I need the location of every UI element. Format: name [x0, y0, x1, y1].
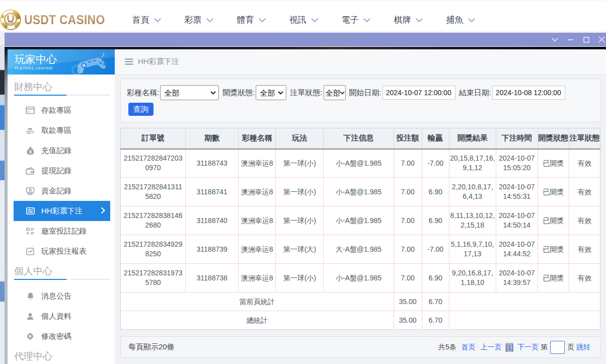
order-status-label: 注單狀態:	[290, 88, 322, 98]
bet-row: 215217282831973578031188738澳洲幸运8第一球(小)小-…	[121, 264, 600, 293]
lottery-name-select-wrap: 全部	[160, 85, 219, 100]
nav-item[interactable]: 首頁	[120, 14, 173, 26]
bet-cell: 5,​1,​16,​9,​7,​10,​17,​13	[449, 235, 496, 264]
breadcrumb-bar: HH彩票下注	[115, 49, 606, 75]
brand[interactable]: CASINO USDT CASINO	[0, 9, 112, 31]
jump-go-link[interactable]: 跳转	[576, 343, 590, 352]
pagination-controls: 共5条 首页 上一页 [1] 下一页 第 页 跳转	[433, 341, 590, 354]
bet-cell: 第一球(小)	[276, 149, 324, 178]
menu-section-title: 個人中心	[14, 265, 115, 277]
sidebar-menu-item-label: 提現記錄	[41, 166, 71, 176]
bet-cell: 9,​20,​16,​8,​17,​1,​18,​10	[449, 264, 496, 293]
bet-cell: 31188740	[186, 206, 239, 235]
content-area: 彩種名稱: 全部 開獎狀態: 全部	[115, 75, 606, 358]
next-page-link[interactable]: 下一页	[517, 343, 539, 352]
filter-panel: 彩種名稱: 全部 開獎狀態: 全部	[120, 79, 600, 122]
bet-cell: 7.00	[394, 264, 422, 293]
sidebar-menu: 財務中心 存款專區 取款專區 充值記錄	[8, 81, 115, 364]
chevron-down-icon	[311, 18, 318, 23]
end-date-input[interactable]	[492, 86, 565, 100]
bet-cell: 大-A盤@1.985	[324, 235, 394, 264]
sidebar-item-提現記錄[interactable]: 提現記錄	[14, 161, 110, 181]
sidebar-item-玩家投注報表[interactable]: 玩家投注報表	[14, 241, 110, 261]
nav-item-label: 體育	[237, 14, 254, 26]
chevron-down-icon	[468, 18, 475, 23]
draw-status-label: 開獎狀態:	[222, 88, 255, 98]
hall-record-icon	[26, 228, 35, 235]
window-titlebar[interactable]	[5, 33, 606, 46]
nav-item[interactable]: 體育	[225, 14, 277, 26]
nav-item[interactable]: 彩票	[173, 14, 225, 26]
sidebar-item-HH彩票下注[interactable]: HH彩票下注	[14, 201, 110, 221]
sidebar-item-修改密碼[interactable]: 修改密碼	[14, 326, 110, 346]
sidebar-item-充值記錄[interactable]: 充值記錄	[14, 140, 110, 161]
bet-cell: 8,​11,​13,​10,​12,​2,​15,​18	[449, 206, 496, 235]
summary-bet-total: 35.00	[394, 311, 422, 330]
bet-row: 215217282834929825031188739澳洲幸运8第一球(大)大-…	[121, 235, 600, 264]
search-button[interactable]: 查詢	[128, 103, 154, 116]
nav-item-label: 彩票	[185, 14, 202, 26]
bet-cell: 第一球(大)	[276, 235, 324, 264]
hamburger-icon[interactable]	[125, 58, 133, 65]
column-header: 輸贏	[422, 128, 449, 149]
start-date-input[interactable]	[383, 86, 456, 100]
sidebar-menu-item-label: 消息公告	[41, 292, 71, 301]
bet-cell: 2024-10-07 15:05:20	[496, 149, 538, 178]
summary-bet-total: 35.00	[394, 293, 422, 311]
order-status-select[interactable]: 全部	[324, 86, 345, 100]
bet-cell: 7.00	[394, 206, 422, 235]
players-center-window: 玩家中心 PLAYERS CENTER	[5, 33, 606, 364]
sidebar-item-取款專區[interactable]: 取款專區	[14, 120, 110, 140]
site-header: CASINO USDT CASINO 首頁 彩票 體育 視訊	[0, 0, 606, 33]
bet-cell: 31188741	[186, 178, 239, 206]
bet-cell: 2152172828413115820	[121, 178, 186, 206]
bet-cell: 2152172828349298250	[121, 235, 186, 264]
sidebar-subtitle: PLAYERS CENTER	[15, 65, 115, 71]
column-header: 訂單號	[121, 128, 186, 149]
page-behind-modal	[0, 31, 5, 364]
end-date-label: 結束日期:	[459, 88, 491, 98]
bet-cell: 已開獎	[538, 264, 569, 293]
bet-cell: 2152172828319735780	[121, 264, 186, 293]
bet-cell: 有效	[569, 264, 600, 293]
bet-cell: 2024-10-07 14:50:14	[496, 206, 538, 235]
first-page-link[interactable]: 首页	[461, 343, 475, 352]
column-header: 玩法	[276, 128, 324, 149]
jump-page-input[interactable]	[550, 341, 565, 354]
sidebar-menu-item-label: 玩家投注報表	[41, 247, 87, 256]
sidebar: 玩家中心 PLAYERS CENTER	[8, 49, 115, 364]
bet-cell: 澳洲幸运8	[239, 235, 276, 264]
nav-item[interactable]: 電子	[330, 14, 382, 26]
draw-status-select[interactable]: 全部	[256, 86, 286, 100]
bet-cell: 小-A盤@1.985	[324, 149, 394, 178]
bet-cell: 6.90	[422, 206, 449, 235]
nav-item[interactable]: 棋牌	[382, 14, 434, 26]
svg-text:CASINO: CASINO	[6, 22, 16, 25]
sidebar-item-個人資料[interactable]: 個人資料	[14, 306, 110, 326]
total-count-text: 共5条	[438, 343, 457, 352]
chevron-down-icon	[363, 18, 370, 23]
sidebar-menu-item-label: 資金記錄	[41, 186, 71, 196]
lottery-name-select[interactable]: 全部	[161, 86, 218, 100]
sidebar-item-廰室投註記錄[interactable]: 廰室投註記錄	[14, 221, 110, 241]
window-minimize-button[interactable]	[563, 33, 578, 46]
bet-cell: 已開獎	[538, 235, 569, 264]
summary-empty	[449, 311, 600, 330]
column-header: 投注額	[394, 128, 422, 149]
chevron-down-icon	[206, 18, 213, 23]
sidebar-menu-item-label: HH彩票下注	[41, 206, 83, 216]
draw-status-select-wrap: 全部	[256, 85, 286, 100]
prev-page-link[interactable]: 上一页	[480, 343, 501, 352]
summary-row: 當前頁統計35.006.70	[121, 293, 600, 311]
gear-icon	[26, 332, 35, 340]
nav-item[interactable]: 捕魚	[434, 14, 487, 26]
sidebar-item-資金記錄[interactable]: 資金記錄	[14, 181, 110, 201]
window-collapse-button[interactable]	[547, 33, 563, 46]
sidebar-item-消息公告[interactable]: 消息公告	[14, 286, 110, 306]
window-maximize-button[interactable]	[578, 33, 594, 46]
window-close-button[interactable]	[594, 33, 606, 46]
sidebar-item-存款專區[interactable]: 存款專區	[14, 100, 110, 120]
bet-cell: 有效	[569, 235, 600, 264]
nav-item[interactable]: 視訊	[277, 14, 330, 26]
table-header-row: 訂單號期數彩種名稱玩法下注信息投注額輸贏開獎結果下注時間開獎狀態注單狀態	[121, 128, 600, 149]
